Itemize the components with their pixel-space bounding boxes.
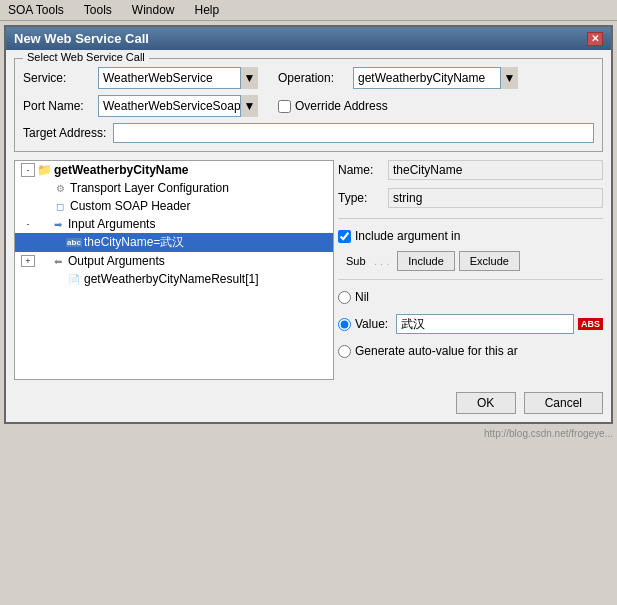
- include-label: Include argument in: [355, 229, 460, 243]
- nil-radio[interactable]: [338, 291, 351, 304]
- portname-row: Port Name: WeatherWebServiceSoap ▼ Overr…: [23, 95, 594, 117]
- tree-item-cityname[interactable]: abc theCityName=武汉: [15, 233, 333, 252]
- input-args-label: Input Arguments: [68, 217, 155, 231]
- spacer-result: [51, 272, 65, 286]
- tree-item-soap[interactable]: ◻ Custom SOAP Header: [15, 197, 333, 215]
- separator-2: [338, 279, 603, 280]
- separator-1: [338, 218, 603, 219]
- ok-button[interactable]: OK: [456, 392, 516, 414]
- operation-select-container: getWeatherbyCityName ▼: [353, 67, 518, 89]
- operation-dropdown-arrow[interactable]: ▼: [500, 67, 518, 89]
- value-label: Value:: [355, 317, 388, 331]
- output-args-label: Output Arguments: [68, 254, 165, 268]
- main-area: - 📁 getWeatherbyCityName ⚙ Transport Lay…: [14, 160, 603, 380]
- spacer-soap: [37, 199, 51, 213]
- operation-label: Operation:: [278, 71, 353, 85]
- include-section: Include argument in: [338, 229, 603, 243]
- footer-row: OK Cancel: [14, 388, 603, 414]
- type-value: string: [388, 188, 603, 208]
- spacer-transport: [37, 181, 51, 195]
- menu-window[interactable]: Window: [128, 2, 179, 18]
- sub-row: Sub . . . Include Exclude: [346, 251, 603, 271]
- abc-icon: abc: [66, 235, 82, 251]
- expand-root[interactable]: -: [21, 163, 35, 177]
- plus-output[interactable]: +: [21, 255, 35, 267]
- generate-row: Generate auto-value for this ar: [338, 344, 603, 358]
- tree-item-transport[interactable]: ⚙ Transport Layer Configuration: [15, 179, 333, 197]
- override-address-checkbox[interactable]: [278, 100, 291, 113]
- group-title: Select Web Service Call: [23, 51, 149, 63]
- dash-input: -: [21, 219, 35, 229]
- tree-item-output-args[interactable]: + ⬅ Output Arguments: [15, 252, 333, 270]
- include-button[interactable]: Include: [397, 251, 454, 271]
- input-folder-icon: ➡: [50, 216, 66, 232]
- generate-label: Generate auto-value for this ar: [355, 344, 518, 358]
- transport-label: Transport Layer Configuration: [70, 181, 229, 195]
- watermark: http://blog.csdn.net/frogeye...: [0, 428, 617, 441]
- tree-panel: - 📁 getWeatherbyCityName ⚙ Transport Lay…: [14, 160, 334, 380]
- value-row: Value: ABS: [338, 314, 603, 334]
- soap-label: Custom SOAP Header: [70, 199, 191, 213]
- tree-root-label: getWeatherbyCityName: [54, 163, 188, 177]
- service-value: WeatherWebService: [103, 71, 213, 85]
- result-label: getWeatherbyCityNameResult[1]: [84, 272, 259, 286]
- include-checkbox[interactable]: [338, 230, 351, 243]
- dialog: New Web Service Call ✕ Select Web Servic…: [4, 25, 613, 424]
- soap-doc-icon: ◻: [52, 198, 68, 214]
- tree-item-result[interactable]: 📄 getWeatherbyCityNameResult[1]: [15, 270, 333, 288]
- target-address-input[interactable]: [113, 123, 594, 143]
- override-address-label: Override Address: [295, 99, 388, 113]
- override-address-row: Override Address: [278, 99, 388, 113]
- title-bar-buttons: ✕: [587, 32, 603, 46]
- portname-value: WeatherWebServiceSoap: [103, 99, 241, 113]
- name-value: theCityName: [388, 160, 603, 180]
- type-label: Type:: [338, 191, 388, 205]
- name-label: Name:: [338, 163, 388, 177]
- abs-badge: ABS: [578, 318, 603, 330]
- menu-tools[interactable]: Tools: [80, 2, 116, 18]
- dialog-title: New Web Service Call: [14, 31, 149, 46]
- menubar: SOA Tools Tools Window Help: [0, 0, 617, 21]
- portname-dropdown-arrow[interactable]: ▼: [240, 95, 258, 117]
- portname-label: Port Name:: [23, 99, 98, 113]
- menu-soa-tools[interactable]: SOA Tools: [4, 2, 68, 18]
- value-input[interactable]: [396, 314, 574, 334]
- dialog-content: Select Web Service Call Service: Weather…: [6, 50, 611, 422]
- tree-item-input-args[interactable]: - ➡ Input Arguments: [15, 215, 333, 233]
- operation-value: getWeatherbyCityName: [358, 71, 485, 85]
- service-group: Select Web Service Call Service: Weather…: [14, 58, 603, 152]
- type-field-row: Type: string: [338, 188, 603, 208]
- service-select-container: WeatherWebService ▼: [98, 67, 258, 89]
- value-radio[interactable]: [338, 318, 351, 331]
- nil-label: Nil: [355, 290, 369, 304]
- target-address-row: Target Address:: [23, 123, 594, 143]
- portname-select[interactable]: WeatherWebServiceSoap: [98, 95, 258, 117]
- sub-label: Sub: [346, 255, 370, 267]
- name-field-row: Name: theCityName: [338, 160, 603, 180]
- target-address-label: Target Address:: [23, 126, 113, 140]
- value-input-container: ABS: [396, 314, 603, 334]
- service-label: Service:: [23, 71, 98, 85]
- generate-radio[interactable]: [338, 345, 351, 358]
- portname-select-container: WeatherWebServiceSoap ▼: [98, 95, 258, 117]
- output-folder-icon: ⬅: [50, 253, 66, 269]
- nil-row: Nil: [338, 290, 603, 304]
- title-bar: New Web Service Call ✕: [6, 27, 611, 50]
- cityname-label: theCityName=武汉: [84, 234, 184, 251]
- close-button[interactable]: ✕: [587, 32, 603, 46]
- exclude-button[interactable]: Exclude: [459, 251, 520, 271]
- right-panel: Name: theCityName Type: string Include a…: [338, 160, 603, 380]
- service-dropdown-arrow[interactable]: ▼: [240, 67, 258, 89]
- service-row: Service: WeatherWebService ▼ Operation: …: [23, 67, 594, 89]
- result-doc-icon: 📄: [66, 271, 82, 287]
- menu-help[interactable]: Help: [191, 2, 224, 18]
- tree-item-root[interactable]: - 📁 getWeatherbyCityName: [15, 161, 333, 179]
- operation-select[interactable]: getWeatherbyCityName: [353, 67, 518, 89]
- spacer-cityname: [51, 236, 65, 250]
- dots: . . .: [374, 255, 389, 267]
- cancel-button[interactable]: Cancel: [524, 392, 603, 414]
- folder-icon: 📁: [36, 162, 52, 178]
- service-select[interactable]: WeatherWebService: [98, 67, 258, 89]
- gear-icon: ⚙: [52, 180, 68, 196]
